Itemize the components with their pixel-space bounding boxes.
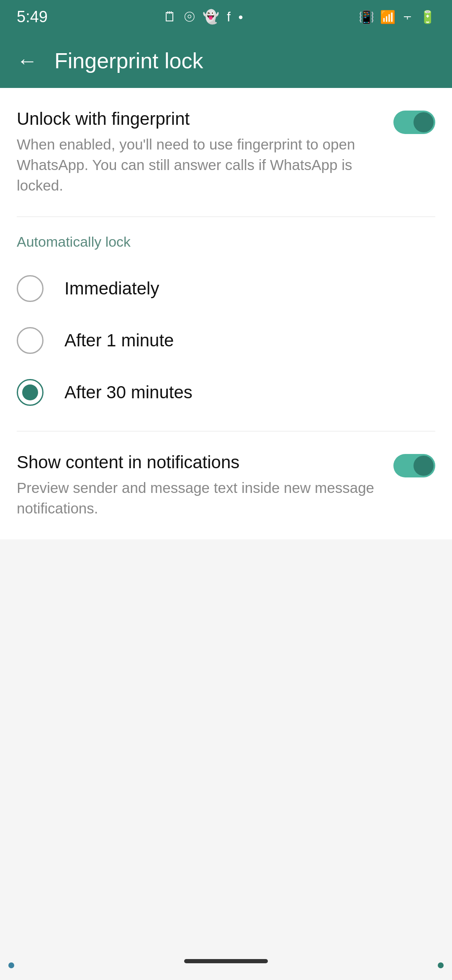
content-area: Unlock with fingerprint When enabled, yo… bbox=[0, 88, 452, 539]
unlock-fingerprint-toggle-container[interactable] bbox=[393, 109, 435, 134]
messenger-icon: ⦾ bbox=[184, 9, 195, 25]
radio-item-immediately[interactable]: Immediately bbox=[0, 263, 452, 315]
unlock-fingerprint-text: Unlock with fingerprint When enabled, yo… bbox=[17, 109, 393, 196]
unlock-fingerprint-item: Unlock with fingerprint When enabled, yo… bbox=[0, 88, 452, 217]
radio-item-after1min[interactable]: After 1 minute bbox=[0, 315, 452, 366]
unlock-fingerprint-toggle[interactable] bbox=[393, 111, 435, 134]
radio-item-after30min[interactable]: After 30 minutes bbox=[0, 366, 452, 418]
status-time: 5:49 bbox=[17, 8, 48, 26]
auto-lock-options: Immediately After 1 minute After 30 minu… bbox=[0, 258, 452, 431]
status-bar: 5:49 🗒 ⦾ 👻 f ● 📳 📶 ⫟ 🔋 bbox=[0, 0, 452, 34]
radio-label-after1min: After 1 minute bbox=[64, 330, 174, 351]
notification-icon: 🗒 bbox=[163, 9, 177, 25]
radio-label-immediately: Immediately bbox=[64, 279, 159, 299]
show-content-toggle-thumb bbox=[413, 456, 434, 476]
battery-icon: 🔋 bbox=[420, 10, 435, 24]
radio-inner-after30min bbox=[22, 384, 38, 400]
snapchat-icon: 👻 bbox=[203, 9, 219, 25]
nav-dot-left bbox=[8, 962, 14, 968]
status-dot: ● bbox=[238, 12, 243, 22]
radio-circle-after30min bbox=[17, 379, 44, 406]
show-content-notifications-item: Show content in notifications Preview se… bbox=[0, 431, 452, 539]
nav-dots bbox=[0, 962, 452, 968]
unlock-fingerprint-title: Unlock with fingerprint bbox=[17, 109, 381, 129]
back-button[interactable]: ← bbox=[17, 50, 38, 71]
status-system-icons: 📳 📶 ⫟ 🔋 bbox=[359, 10, 435, 24]
show-content-notifications-toggle[interactable] bbox=[393, 454, 435, 477]
unlock-fingerprint-description: When enabled, you'll need to use fingerp… bbox=[17, 134, 381, 196]
show-content-toggle-container[interactable] bbox=[393, 452, 435, 477]
status-notification-icons: 🗒 ⦾ 👻 f ● bbox=[163, 9, 243, 25]
nav-dot-right bbox=[438, 962, 444, 968]
radio-circle-immediately bbox=[17, 275, 44, 302]
radio-label-after30min: After 30 minutes bbox=[64, 382, 193, 402]
show-content-notifications-text: Show content in notifications Preview se… bbox=[17, 452, 393, 518]
facebook-icon: f bbox=[227, 9, 231, 25]
automatically-lock-title: Automatically lock bbox=[17, 234, 435, 250]
page-title: Fingerprint lock bbox=[54, 48, 203, 73]
show-content-notifications-description: Preview sender and message text inside n… bbox=[17, 477, 381, 518]
wifi-icon: 📶 bbox=[380, 10, 396, 24]
radio-circle-after1min bbox=[17, 327, 44, 354]
automatically-lock-section-header: Automatically lock bbox=[0, 217, 452, 258]
toggle-thumb bbox=[413, 112, 434, 132]
signal-icon: ⫟ bbox=[401, 10, 414, 24]
nav-bar bbox=[0, 946, 452, 980]
toolbar: ← Fingerprint lock bbox=[0, 34, 452, 88]
vibrate-icon: 📳 bbox=[359, 10, 374, 24]
show-content-notifications-title: Show content in notifications bbox=[17, 452, 381, 472]
